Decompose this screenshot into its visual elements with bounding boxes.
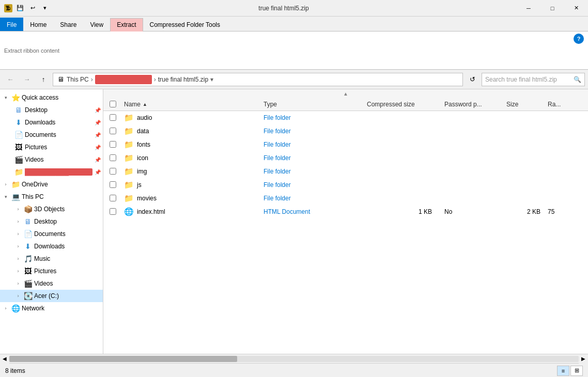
sidebar-item-onedrive[interactable]: › 📁 OneDrive <box>0 178 103 191</box>
expand-videos-pc-icon: › <box>14 281 22 286</box>
sidebar-quick-access-label: Quick access <box>22 94 103 101</box>
row-select[interactable] <box>110 208 116 215</box>
sidebar-item-this-pc[interactable]: ▾ 💻 This PC <box>0 191 103 203</box>
row-select[interactable] <box>110 141 116 148</box>
table-row[interactable]: 📁 audio File folder <box>103 111 588 124</box>
row-checkbox[interactable] <box>103 181 122 188</box>
pin-icon: 📌 <box>95 107 101 113</box>
sidebar-item-pictures-pc[interactable]: › 🖼 Pictures <box>0 265 103 277</box>
sidebar-item-videos-pc[interactable]: › 🎬 Videos <box>0 277 103 290</box>
table-row[interactable]: 📁 movies File folder <box>103 192 588 205</box>
sidebar-item-desktop-pc[interactable]: › 🖥 Desktop <box>0 215 103 228</box>
row-select[interactable] <box>110 154 116 161</box>
details-view-button[interactable]: ≡ <box>557 366 569 376</box>
sidebar-item-acer-c[interactable]: › 💽 Acer (C:) <box>0 290 103 302</box>
quick-access-toolbar: 💾 ↩ ▾ <box>14 3 51 14</box>
row-checkbox[interactable] <box>103 141 122 148</box>
row-name: 📁 audio <box>122 113 261 122</box>
sidebar-item-downloads-qa[interactable]: ⬇ Downloads 📌 <box>0 116 103 129</box>
password-value: No <box>444 208 452 215</box>
header-checkbox[interactable] <box>103 101 122 107</box>
qat-dropdown-button[interactable]: ▾ <box>39 3 51 14</box>
table-row[interactable]: 📁 icon File folder <box>103 151 588 165</box>
row-type: File folder <box>261 181 365 189</box>
header-password[interactable]: Password p... <box>442 101 504 108</box>
tab-file[interactable]: File <box>0 18 23 31</box>
sidebar-item-desktop-qa[interactable]: 🖥 Desktop 📌 <box>0 104 103 116</box>
documents-pc-label: Documents <box>34 230 103 238</box>
sidebar-item-pictures-qa[interactable]: 🖼 Pictures 📌 <box>0 141 103 153</box>
folder-icon: 📁 <box>124 167 134 176</box>
sidebar-item-documents-qa[interactable]: 📄 Documents 📌 <box>0 129 103 141</box>
row-checkbox[interactable] <box>103 195 122 201</box>
table-row[interactable]: 📁 fonts File folder <box>103 138 588 151</box>
scroll-track[interactable] <box>9 356 579 362</box>
row-checkbox[interactable] <box>103 114 122 121</box>
maximize-button[interactable]: □ <box>540 0 564 17</box>
header-compressed[interactable]: Compressed size <box>365 101 442 108</box>
tab-extract[interactable]: Extract <box>110 18 143 32</box>
sidebar-item-quick-access[interactable]: ▾ ⭐ Quick access <box>0 91 103 104</box>
header-name[interactable]: Name ▲ <box>122 101 261 108</box>
row-checkbox[interactable] <box>103 208 122 215</box>
path-redacted <box>95 75 152 84</box>
undo-qat-button[interactable]: ↩ <box>27 3 38 14</box>
tab-compressed-folder-tools[interactable]: Compressed Folder Tools <box>143 18 227 31</box>
up-button[interactable]: ↑ <box>36 72 51 87</box>
pictures-qa-label: Pictures <box>25 144 92 151</box>
close-button[interactable]: ✕ <box>564 0 588 17</box>
help-button[interactable]: ? <box>574 34 584 44</box>
table-row[interactable]: 📁 img File folder <box>103 165 588 178</box>
row-select[interactable] <box>110 168 116 175</box>
tab-home[interactable]: Home <box>23 18 53 31</box>
sidebar-item-music-pc[interactable]: › 🎵 Music <box>0 253 103 265</box>
select-all-checkbox[interactable] <box>110 101 116 107</box>
save-qat-button[interactable]: 💾 <box>14 3 26 14</box>
row-select[interactable] <box>110 128 116 134</box>
sidebar-item-downloads-pc[interactable]: › ⬇ Downloads <box>0 240 103 253</box>
header-size[interactable]: Size <box>504 101 546 108</box>
path-zip-name: true final html5.zip <box>158 76 208 83</box>
sidebar-item-redacted-qa[interactable]: 📁 ██████████ 📌 <box>0 166 103 178</box>
onedrive-section: › 📁 OneDrive <box>0 178 103 191</box>
header-type[interactable]: Type <box>261 101 365 108</box>
table-row[interactable]: 🌐 index.html HTML Document 1 KB No 2 KB … <box>103 205 588 218</box>
row-checkbox[interactable] <box>103 168 122 175</box>
tab-share[interactable]: Share <box>53 18 83 31</box>
status-bar: 8 items ≡ ⊞ <box>0 363 588 377</box>
desktop-qa-label: Desktop <box>25 106 92 114</box>
row-name: 📁 js <box>122 180 261 190</box>
refresh-button[interactable]: ↺ <box>465 72 479 87</box>
sidebar-item-documents-pc[interactable]: › 📄 Documents <box>0 228 103 240</box>
ribbon-content: Extract ribbon content ? <box>0 31 588 69</box>
row-name: 🌐 index.html <box>122 207 261 216</box>
scroll-left-button[interactable]: ◀ <box>0 354 9 364</box>
sidebar-item-network[interactable]: › 🌐 Network <box>0 302 103 315</box>
row-select[interactable] <box>110 181 116 188</box>
scroll-right-button[interactable]: ▶ <box>579 354 588 364</box>
ribbon: File Home Share View Extract Compressed … <box>0 17 588 70</box>
row-checkbox[interactable] <box>103 154 122 161</box>
back-button[interactable]: ← <box>3 72 18 87</box>
row-select[interactable] <box>110 195 116 201</box>
tab-view[interactable]: View <box>83 18 110 31</box>
search-box[interactable]: Search true final html5.zip 🔍 <box>482 73 585 86</box>
header-sort-arrow: ▲ <box>143 102 147 107</box>
address-path[interactable]: 🖥 This PC › › true final html5.zip ▾ <box>53 73 463 86</box>
sidebar-item-videos-qa[interactable]: 🎬 Videos 📌 <box>0 153 103 166</box>
row-password: No <box>442 208 504 215</box>
minimize-button[interactable]: ─ <box>517 0 540 17</box>
table-row[interactable]: 📁 data File folder <box>103 124 588 138</box>
row-checkbox[interactable] <box>103 128 122 134</box>
search-placeholder: Search true final html5.zip <box>485 76 571 83</box>
row-select[interactable] <box>110 114 116 121</box>
this-pc-label: This PC <box>22 193 103 200</box>
large-icon-view-button[interactable]: ⊞ <box>570 366 583 376</box>
header-ratio[interactable]: Ra... <box>546 101 571 108</box>
forward-button[interactable]: → <box>20 72 34 87</box>
table-row[interactable]: 📁 js File folder <box>103 178 588 192</box>
sidebar-item-3d-objects[interactable]: › 📦 3D Objects <box>0 203 103 215</box>
html-file-icon: 🌐 <box>124 207 134 216</box>
header-type-label: Type <box>264 101 277 108</box>
scroll-thumb[interactable] <box>9 356 237 362</box>
